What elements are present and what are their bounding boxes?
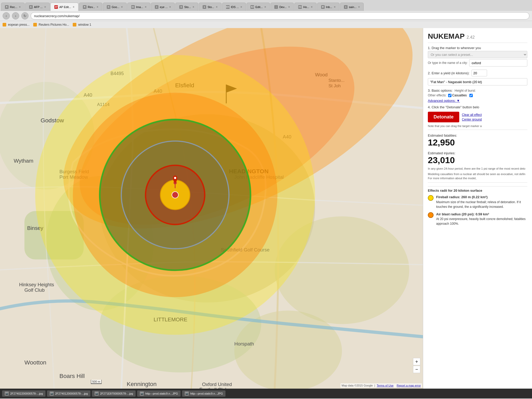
- tab-label: IDS ...: [231, 5, 239, 9]
- casualties-checkbox[interactable]: [448, 94, 451, 97]
- tab-favicon: s: [344, 5, 348, 9]
- tab-close-button[interactable]: ×: [288, 5, 290, 9]
- yield-preset-input[interactable]: [428, 78, 527, 85]
- taskbar-item[interactable]: 📷http---prod.static9.n...JPG: [182, 390, 225, 397]
- browser-tab[interactable]: RRec...×: [1, 3, 25, 11]
- tab-favicon: G: [107, 5, 110, 9]
- panel-version: 2.42: [467, 35, 475, 39]
- svg-text:Burgess Field: Burgess Field: [59, 169, 89, 174]
- tab-label: Dev...: [279, 5, 287, 9]
- panel-title: NUKEMAP: [428, 32, 465, 40]
- stat-desc2: Modeling casualties from a nuclear att s…: [428, 172, 527, 180]
- file-icon: 📷: [50, 391, 54, 396]
- tab-close-button[interactable]: ×: [19, 5, 21, 9]
- tab-close-button[interactable]: ×: [358, 5, 360, 9]
- fatalities-value: 12,950: [428, 137, 527, 148]
- map-area[interactable]: Godstow Wytham Binsey Burgess Field Port…: [0, 28, 423, 389]
- tab-label: eye ...: [160, 5, 168, 9]
- browser-tab[interactable]: aSto...×: [199, 3, 222, 11]
- tab-close-button[interactable]: ×: [192, 5, 194, 9]
- effect-item: Air blast radius (20 psi): 0.59 km²At 20…: [428, 212, 527, 226]
- city-label: Or type in the name of a city:: [428, 61, 468, 65]
- tab-label: Ho...: [303, 5, 309, 9]
- browser-tab[interactable]: ↓Dev...×: [270, 3, 294, 11]
- tab-label: Rev...: [88, 5, 95, 9]
- taskbar-item[interactable]: 📷2F271E8700000578-...jpg: [92, 390, 136, 397]
- tab-close-button[interactable]: ×: [240, 5, 242, 9]
- browser-tab[interactable]: SSto...×: [175, 3, 198, 11]
- tab-close-button[interactable]: ×: [73, 5, 75, 9]
- tab-close-button[interactable]: ×: [216, 5, 218, 9]
- bookmark-label: eopean press...: [8, 23, 30, 26]
- terms-link[interactable]: Terms of Use: [377, 384, 394, 387]
- effect-text: Air blast radius (20 psi): 0.59 km²At 20…: [436, 212, 527, 226]
- browser-tab[interactable]: HoHo...×: [294, 3, 316, 11]
- side-buttons: Clear all effect Center ground: [462, 113, 482, 121]
- browser-tab[interactable]: EdEdit...×: [247, 3, 270, 11]
- svg-rect-5: [24, 211, 84, 259]
- tab-close-button[interactable]: ×: [169, 5, 171, 9]
- map-attribution: Map data ©2015 Google | Terms of Use Rep…: [341, 383, 422, 388]
- zoom-out-button[interactable]: −: [413, 366, 420, 373]
- bookmark-item[interactable]: window 1: [73, 23, 91, 26]
- browser-tab[interactable]: AAFP ...×: [25, 3, 50, 11]
- drag-note: Note that you can drag the target marker…: [428, 124, 527, 128]
- tab-close-button[interactable]: ×: [264, 5, 266, 9]
- svg-text:Oxford United: Oxford United: [202, 382, 232, 387]
- browser-tab[interactable]: RRev...×: [79, 3, 102, 11]
- tab-label: Sto...: [184, 5, 191, 9]
- clear-effects-button[interactable]: Clear all effect: [462, 113, 482, 117]
- panel-header: NUKEMAP 2.42: [428, 32, 527, 41]
- tab-favicon: R: [83, 5, 87, 9]
- yield-input[interactable]: [471, 70, 487, 76]
- zoom-in-button[interactable]: +: [413, 358, 420, 365]
- forward-button[interactable]: ›: [12, 12, 19, 19]
- map-data-text: Map data ©2015 Google: [342, 384, 373, 387]
- center-ground-button[interactable]: Center ground: [462, 118, 482, 121]
- svg-text:A40: A40: [84, 92, 92, 98]
- address-bar[interactable]: nuclearsecrecy.com/nukemap/: [31, 12, 529, 19]
- effect-desc: Maximum size of the nuclear fireball; re…: [436, 200, 527, 209]
- browser-tab[interactable]: IDSIDS ...×: [222, 3, 246, 11]
- browser-tab[interactable]: eeye ...×: [151, 3, 175, 11]
- taskbar-item[interactable]: 📷2F27402200000578-...jpg: [2, 390, 45, 397]
- scale-label: 500 m: [92, 380, 100, 383]
- bookmark-item[interactable]: Reuters Pictures Ho...: [33, 23, 69, 26]
- detonate-button[interactable]: Detonate: [428, 112, 459, 122]
- taskbar-item-label: 2F271E8700000578-...jpg: [100, 392, 133, 395]
- tab-close-button[interactable]: ×: [97, 5, 98, 9]
- tab-close-button[interactable]: ×: [145, 5, 147, 9]
- back-button[interactable]: ‹: [3, 12, 10, 19]
- bookmark-item[interactable]: eopean press...: [3, 23, 30, 26]
- advanced-options[interactable]: Advanced options: ▼: [428, 99, 527, 103]
- browser-tab[interactable]: APAP Edit...×: [50, 3, 78, 11]
- report-link[interactable]: Report a map error: [397, 384, 421, 387]
- casualties-checkbox-label[interactable]: Casualties: [448, 94, 467, 97]
- address-bar-row: ‹ › ↻ nuclearsecrecy.com/nukemap/: [0, 11, 532, 21]
- tab-close-button[interactable]: ×: [121, 5, 123, 9]
- bookmark-label: window 1: [78, 23, 91, 26]
- browser-tab[interactable]: ssain...×: [340, 3, 364, 11]
- taskbar-item[interactable]: 📷2F27401200000578-...jpg: [47, 390, 90, 397]
- refresh-button[interactable]: ↻: [21, 12, 29, 19]
- tab-close-button[interactable]: ×: [311, 5, 313, 9]
- taskbar-item[interactable]: 📷http---prod.static9.n...JPG: [137, 390, 181, 397]
- tab-close-button[interactable]: ×: [334, 5, 336, 9]
- browser-tab[interactable]: MInb...×: [317, 3, 340, 11]
- tab-label: Inb...: [326, 5, 332, 9]
- taskbar-item-label: 2F27402200000578-...jpg: [10, 392, 43, 395]
- tab-close-button[interactable]: ×: [44, 5, 46, 9]
- city-input[interactable]: [469, 59, 527, 66]
- tab-label: Sto...: [208, 5, 214, 9]
- step4-label: 4. Click the "Detonate" button belo: [428, 105, 527, 109]
- preset-select[interactable]: Or you can select a preset...: [428, 51, 527, 58]
- browser-tab[interactable]: GGoo...×: [103, 3, 127, 11]
- effect-title: Air blast radius (20 psi): 0.59 km²: [436, 212, 527, 217]
- step1-label: 1. Drag the marker to wherever you: [428, 46, 527, 50]
- other-checkbox[interactable]: [469, 94, 473, 97]
- svg-text:Golf Club: Golf Club: [24, 287, 45, 293]
- browser-tab[interactable]: ImIma...×: [127, 3, 151, 11]
- detonate-row: Detonate Clear all effect Center ground: [428, 112, 527, 122]
- step3-label: 3. Basic options: Height of burst:: [428, 89, 527, 92]
- svg-text:Port Meadow: Port Meadow: [59, 174, 88, 180]
